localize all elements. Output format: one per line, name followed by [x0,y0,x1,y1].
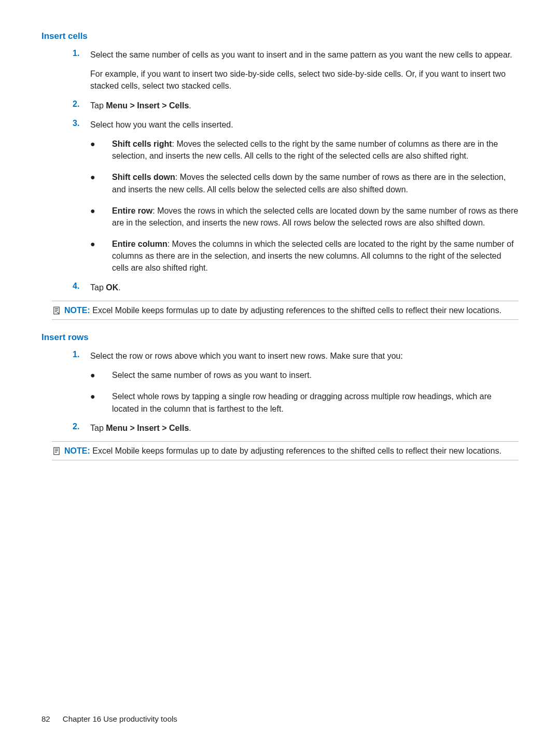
bullet-dot: ● [90,205,112,229]
note-box-1: NOTE: Excel Mobile keeps formulas up to … [52,301,519,320]
rows-step-2: 2. Tap Menu > Insert > Cells. [73,422,519,434]
bullet-term: Shift cells down [112,173,175,181]
bullet-rest: : Moves the rows in which the selected c… [112,206,518,227]
step-2-pre: Tap [90,101,106,110]
rows-step-1-intro: Select the row or rows above which you w… [90,350,519,362]
heading-insert-cells: Insert cells [41,31,519,41]
bullet-term: Entire column [112,240,167,248]
step-1: 1. Select the same number of cells as yo… [73,49,519,92]
step-number-2: 2. [73,422,90,434]
step-2-bold: Menu > Insert > Cells [106,101,189,110]
bullet-dot: ● [90,138,112,162]
bullet-rest: : Moves the columns in which the selecte… [112,240,514,272]
rows-bullet-2: Select whole rows by tapping a single ro… [112,390,519,414]
bullet-dot: ● [90,171,112,195]
note-text: Excel Mobile keeps formulas up to date b… [92,306,501,315]
step-2: 2. Tap Menu > Insert > Cells. [73,100,519,111]
bullet-term: Shift cells right [112,139,172,148]
page-number: 82 [41,714,50,723]
step-1-text-a: Select the same number of cells as you w… [90,49,519,61]
note-icon [52,446,61,456]
rows-step-1: 1. Select the row or rows above which yo… [73,350,519,415]
note-box-2: NOTE: Excel Mobile keeps formulas up to … [52,441,519,460]
step-4-post: . [118,283,120,292]
note-label: NOTE: [64,306,90,315]
page-footer: 82 Chapter 16 Use productivity tools [41,714,177,723]
step-3-intro: Select how you want the cells inserted. [90,119,519,131]
step-number-1: 1. [73,350,90,415]
step-4: 4. Tap OK. [73,282,519,293]
chapter-label: Chapter 16 Use productivity tools [63,714,177,723]
step-number-2: 2. [73,100,90,111]
rows-bullet-1: Select the same number of rows as you wa… [112,369,519,381]
bullet-term: Entire row [112,206,152,215]
note-text: Excel Mobile keeps formulas up to date b… [92,446,501,455]
rows-step-2-pre: Tap [90,424,106,432]
step-3: 3. Select how you want the cells inserte… [73,119,519,274]
heading-insert-rows: Insert rows [41,332,519,343]
step-number-1: 1. [73,49,90,92]
step-number-4: 4. [73,282,90,293]
step-1-text-b: For example, if you want to insert two s… [90,68,519,92]
step-number-3: 3. [73,119,90,274]
step-3-bullets: ● Shift cells right: Moves the selected … [90,138,519,274]
step-4-pre: Tap [90,283,106,292]
step-2-post: . [189,101,191,110]
bullet-dot: ● [90,390,112,414]
rows-step-2-post: . [189,424,191,432]
step-4-bold: OK [106,283,118,292]
svg-rect-1 [54,447,60,455]
note-icon [52,306,61,315]
rows-step-1-bullets: ● Select the same number of rows as you … [90,369,519,415]
rows-step-2-bold: Menu > Insert > Cells [106,424,189,432]
note-label: NOTE: [64,446,90,455]
bullet-dot: ● [90,369,112,381]
bullet-dot: ● [90,238,112,274]
